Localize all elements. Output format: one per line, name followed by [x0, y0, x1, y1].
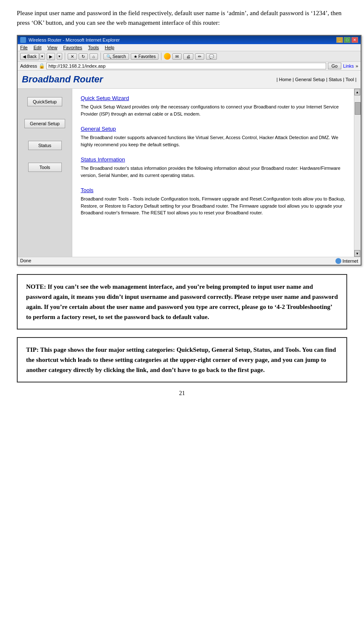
section-tools: Tools Broadband router Tools - Tools inc… [81, 187, 351, 216]
scrollbar-thumb[interactable] [355, 102, 361, 115]
section-generalsetup-title[interactable]: General Setup [81, 126, 351, 132]
address-input[interactable] [46, 63, 326, 69]
refresh-button[interactable]: ↻ [79, 53, 88, 60]
section-quicksetup: Quick Setup Wizard The Quick Setup Wizar… [81, 95, 351, 117]
note-text: NOTE: If you can’t see the web managemen… [26, 282, 338, 322]
router-page: Broadband Router | Home | General Setup … [18, 71, 361, 265]
edit-page-button[interactable]: ✏ [195, 53, 204, 60]
scrollbar-down[interactable]: ▼ [354, 250, 360, 257]
status-button[interactable]: Status [28, 141, 62, 150]
scrollbar-up[interactable]: ▲ [354, 89, 360, 95]
links-arrow: » [356, 63, 358, 69]
internet-icon [335, 258, 341, 264]
status-internet: Internet [335, 258, 358, 264]
tools-button[interactable]: Tools [28, 163, 62, 172]
browser-title: Wireless Router - Microsoft Internet Exp… [29, 37, 120, 42]
generalsetup-button[interactable]: General Setup [24, 119, 65, 128]
tip-box: TIP: This page shows the four major sett… [17, 337, 347, 382]
minimize-button[interactable]: _ [336, 37, 343, 43]
print-button[interactable]: 🖨 [183, 53, 193, 60]
browser-titlebar: Wireless Router - Microsoft Internet Exp… [18, 36, 361, 44]
section-quicksetup-title[interactable]: Quick Setup Wizard [81, 95, 351, 101]
home-button[interactable]: ⌂ [90, 53, 98, 60]
menu-favorites[interactable]: Favorites [63, 45, 82, 50]
section-quicksetup-text: The Quick Setup Wizard provides only the… [81, 103, 351, 117]
toolbar-sep-1 [65, 53, 65, 60]
menu-tools[interactable]: Tools [88, 45, 99, 50]
back-forward-group: ◀ Back ▾ [20, 53, 45, 60]
browser-menubar: File Edit View Favorites Tools Help [18, 44, 361, 51]
media-icon [164, 53, 171, 60]
content-area-wrapper: Quick Setup Wizard The Quick Setup Wizar… [72, 89, 361, 257]
router-brand: Broadband Router [22, 74, 103, 85]
stop-button[interactable]: ✕ [68, 53, 77, 60]
browser-controls: _ □ ✕ [336, 37, 358, 43]
forward-button[interactable]: ▶ [47, 53, 55, 60]
close-button[interactable]: ✕ [351, 37, 358, 43]
content-scrollbar[interactable]: ▲ ▼ [354, 89, 361, 257]
links-label[interactable]: Links [343, 63, 354, 69]
section-generalsetup: General Setup The Broadband router suppo… [81, 126, 351, 148]
page-number: 21 [17, 390, 347, 397]
intro-paragraph: Please input user name and password in t… [17, 8, 347, 27]
section-tools-text: Broadband router Tools - Tools include C… [81, 195, 351, 216]
menu-edit[interactable]: Edit [34, 45, 42, 50]
forward-dropdown[interactable]: ▾ [57, 53, 62, 60]
menu-view[interactable]: View [47, 45, 58, 50]
menu-help[interactable]: Help [105, 45, 114, 50]
toolbar-sep-3 [161, 53, 161, 60]
browser-toolbar: ◀ Back ▾ ▶ ▾ ✕ ↻ ⌂ 🔍 Search ★ Favorites … [18, 51, 361, 62]
titlebar-left: Wireless Router - Microsoft Internet Exp… [20, 37, 120, 43]
search-button[interactable]: 🔍 Search [103, 53, 129, 60]
address-bar: Address 🔒 Go Links » [18, 62, 361, 71]
section-status: Status Information The Broadband router'… [81, 156, 351, 179]
router-header: Broadband Router | Home | General Setup … [18, 71, 361, 89]
quicksetup-button[interactable]: QuickSetup [27, 97, 62, 106]
browser-window: Wireless Router - Microsoft Internet Exp… [17, 35, 361, 266]
section-status-text: The Broadband router's status informatio… [81, 165, 351, 179]
internet-label: Internet [343, 258, 358, 264]
browser-icon [20, 37, 26, 43]
lock-icon: 🔒 [39, 63, 45, 69]
go-button[interactable]: Go [328, 63, 342, 69]
router-sidebar: QuickSetup General Setup Status Tools [18, 89, 72, 257]
menu-file[interactable]: File [20, 45, 28, 50]
status-text: Done [20, 258, 31, 264]
tip-text: TIP: This page shows the four major sett… [26, 345, 338, 375]
section-status-title[interactable]: Status Information [81, 156, 351, 163]
favorites-button[interactable]: ★ Favorites [131, 53, 159, 60]
address-label: Address [20, 63, 37, 69]
browser-statusbar: Done Internet [18, 257, 361, 265]
mail-button[interactable]: ✉ [172, 53, 182, 60]
back-button[interactable]: ◀ Back [20, 53, 39, 60]
messenger-button[interactable]: 💬 [206, 53, 217, 60]
maximize-button[interactable]: □ [344, 37, 351, 43]
section-tools-title[interactable]: Tools [81, 187, 351, 193]
section-generalsetup-text: The Broadband router supports advanced f… [81, 134, 351, 148]
router-nav-links: | Home | General Setup | Status | Tool | [277, 77, 356, 82]
router-content: Quick Setup Wizard The Quick Setup Wizar… [72, 89, 361, 257]
toolbar-sep-2 [100, 53, 101, 60]
note-box: NOTE: If you can’t see the web managemen… [17, 274, 347, 330]
back-dropdown[interactable]: ▾ [40, 53, 45, 60]
router-body: QuickSetup General Setup Status Tools Qu… [18, 89, 361, 257]
